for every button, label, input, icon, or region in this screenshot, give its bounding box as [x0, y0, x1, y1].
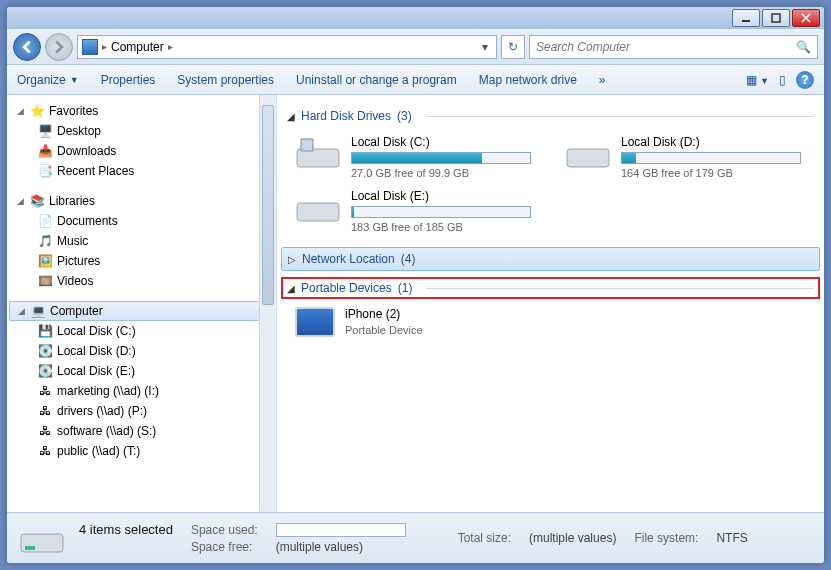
tree-favorites[interactable]: ◢⭐Favorites	[9, 101, 276, 121]
tree-net-drivers[interactable]: 🖧drivers (\\ad) (P:)	[9, 401, 276, 421]
network-drive-icon: 🖧	[37, 443, 53, 459]
organize-menu[interactable]: Organize▼	[17, 73, 79, 87]
drive-c[interactable]: Local Disk (C:) 27.0 GB free of 99.9 GB	[295, 135, 535, 179]
scroll-thumb[interactable]	[262, 105, 274, 305]
drive-icon: 💽	[37, 343, 53, 359]
search-icon: 🔍	[796, 40, 811, 54]
usage-bar	[351, 206, 531, 218]
chevron-right-icon[interactable]: ▸	[168, 41, 173, 52]
status-bar: 4 items selected Space used: Space free:…	[7, 513, 824, 563]
drive-icon	[19, 520, 65, 556]
navigation-tree: ◢⭐Favorites 🖥️Desktop 📥Downloads 📑Recent…	[7, 95, 277, 512]
device-icon	[295, 307, 335, 337]
expand-icon: ▷	[288, 254, 296, 265]
total-size-label: Total size:	[458, 531, 511, 545]
group-hdd[interactable]: ◢ Hard Disk Drives (3)	[281, 105, 820, 127]
tree-pictures[interactable]: 🖼️Pictures	[9, 251, 276, 271]
tree-recent-places[interactable]: 📑Recent Places	[9, 161, 276, 181]
toolbar-overflow[interactable]: »	[599, 73, 606, 87]
svg-rect-1	[772, 14, 780, 22]
video-icon: 🎞️	[37, 273, 53, 289]
total-size-value: (multiple values)	[529, 531, 616, 545]
search-input[interactable]: Search Computer 🔍	[529, 35, 818, 59]
filesystem-value: NTFS	[716, 531, 747, 545]
drive-name: Local Disk (D:)	[621, 135, 805, 149]
refresh-button[interactable]: ↻	[501, 35, 525, 59]
svg-rect-7	[25, 546, 35, 550]
drive-free: 27.0 GB free of 99.9 GB	[351, 167, 535, 179]
space-free-value: (multiple values)	[276, 540, 406, 554]
drive-icon	[565, 135, 611, 171]
help-button[interactable]: ?	[796, 71, 814, 89]
space-free-label: Space free:	[191, 540, 258, 554]
tree-computer[interactable]: ◢💻Computer	[9, 301, 276, 321]
drive-free: 183 GB free of 185 GB	[351, 221, 535, 233]
document-icon: 📄	[37, 213, 53, 229]
svg-rect-0	[742, 20, 750, 22]
group-network[interactable]: ▷ Network Location (4)	[281, 247, 820, 271]
collapse-icon: ◢	[287, 283, 295, 294]
svg-rect-5	[297, 203, 339, 221]
command-toolbar: Organize▼ Properties System properties U…	[7, 65, 824, 95]
back-button[interactable]	[13, 33, 41, 61]
chevron-right-icon[interactable]: ▸	[102, 41, 107, 52]
drive-icon: 💾	[37, 323, 53, 339]
uninstall-program-button[interactable]: Uninstall or change a program	[296, 73, 457, 87]
breadcrumb-item[interactable]: Computer	[111, 40, 164, 54]
device-iphone[interactable]: iPhone (2) Portable Device	[281, 299, 820, 337]
minimize-button[interactable]	[732, 9, 760, 27]
search-placeholder: Search Computer	[536, 40, 630, 54]
drive-icon	[295, 189, 341, 225]
content-pane: ◢ Hard Disk Drives (3) Local Disk (C:) 2…	[277, 95, 824, 512]
tree-local-c[interactable]: 💾Local Disk (C:)	[9, 321, 276, 341]
forward-button[interactable]	[45, 33, 73, 61]
tree-documents[interactable]: 📄Documents	[9, 211, 276, 231]
titlebar	[7, 7, 824, 29]
tree-net-marketing[interactable]: 🖧marketing (\\ad) (I:)	[9, 381, 276, 401]
star-icon: ⭐	[29, 103, 45, 119]
drive-icon	[295, 135, 341, 171]
tree-desktop[interactable]: 🖥️Desktop	[9, 121, 276, 141]
drive-d[interactable]: Local Disk (D:) 164 GB free of 179 GB	[565, 135, 805, 179]
download-icon: 📥	[37, 143, 53, 159]
tree-videos[interactable]: 🎞️Videos	[9, 271, 276, 291]
preview-pane-button[interactable]: ▯	[779, 73, 786, 87]
close-button[interactable]	[792, 9, 820, 27]
filesystem-label: File system:	[634, 531, 698, 545]
tree-local-d[interactable]: 💽Local Disk (D:)	[9, 341, 276, 361]
tree-downloads[interactable]: 📥Downloads	[9, 141, 276, 161]
maximize-button[interactable]	[762, 9, 790, 27]
drive-icon: 💽	[37, 363, 53, 379]
drive-name: Local Disk (E:)	[351, 189, 535, 203]
system-properties-button[interactable]: System properties	[177, 73, 274, 87]
computer-icon	[82, 39, 98, 55]
drive-free: 164 GB free of 179 GB	[621, 167, 805, 179]
collapse-icon: ◢	[287, 111, 295, 122]
map-network-drive-button[interactable]: Map network drive	[479, 73, 577, 87]
music-icon: 🎵	[37, 233, 53, 249]
tree-libraries[interactable]: ◢📚Libraries	[9, 191, 276, 211]
picture-icon: 🖼️	[37, 253, 53, 269]
network-drive-icon: 🖧	[37, 383, 53, 399]
computer-icon: 💻	[30, 303, 46, 319]
tree-scrollbar[interactable]	[259, 95, 276, 512]
group-portable[interactable]: ◢ Portable Devices (1)	[281, 277, 820, 299]
drive-name: Local Disk (C:)	[351, 135, 535, 149]
network-drive-icon: 🖧	[37, 423, 53, 439]
tree-net-public[interactable]: 🖧public (\\ad) (T:)	[9, 441, 276, 461]
tree-net-software[interactable]: 🖧software (\\ad) (S:)	[9, 421, 276, 441]
library-icon: 📚	[29, 193, 45, 209]
address-bar: ▸ Computer ▸ ▾ ↻ Search Computer 🔍	[7, 29, 824, 65]
usage-bar	[351, 152, 531, 164]
space-used-label: Space used:	[191, 523, 258, 537]
explorer-window: ▸ Computer ▸ ▾ ↻ Search Computer 🔍 Organ…	[6, 6, 825, 564]
tree-music[interactable]: 🎵Music	[9, 231, 276, 251]
properties-button[interactable]: Properties	[101, 73, 156, 87]
breadcrumb[interactable]: ▸ Computer ▸ ▾	[77, 35, 497, 59]
drive-e[interactable]: Local Disk (E:) 183 GB free of 185 GB	[295, 189, 535, 233]
device-type: Portable Device	[345, 324, 820, 336]
view-options-button[interactable]: ▦ ▼	[746, 73, 769, 87]
desktop-icon: 🖥️	[37, 123, 53, 139]
breadcrumb-dropdown[interactable]: ▾	[478, 40, 492, 54]
tree-local-e[interactable]: 💽Local Disk (E:)	[9, 361, 276, 381]
